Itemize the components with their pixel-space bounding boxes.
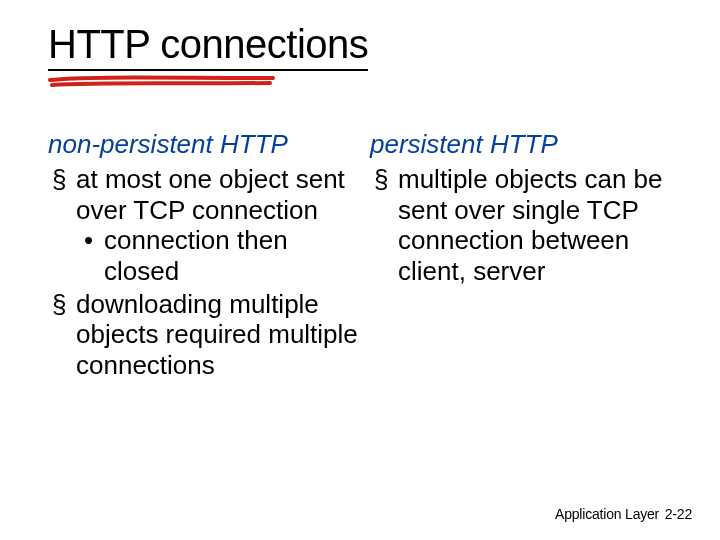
slide: HTTP connections non-persistent HTTP at …	[0, 0, 720, 540]
left-list: at most one object sent over TCP connect…	[48, 164, 358, 381]
list-item: at most one object sent over TCP connect…	[48, 164, 358, 287]
list-item: downloading multiple objects required mu…	[48, 289, 358, 381]
footer: Application Layer 2-22	[555, 506, 692, 522]
list-item-text: multiple objects can be sent over single…	[398, 164, 662, 286]
right-heading: persistent HTTP	[370, 129, 680, 160]
footer-label: Application Layer	[555, 506, 659, 522]
footer-page-number: 2-22	[665, 506, 692, 522]
list-item-text: downloading multiple objects required mu…	[76, 289, 358, 380]
content-columns: non-persistent HTTP at most one object s…	[48, 129, 680, 383]
list-item-text: at most one object sent over TCP connect…	[76, 164, 345, 225]
left-heading: non-persistent HTTP	[48, 129, 358, 160]
right-column: persistent HTTP multiple objects can be …	[370, 129, 680, 383]
red-underline-decoration	[48, 72, 278, 90]
left-column: non-persistent HTTP at most one object s…	[48, 129, 358, 383]
page-title: HTTP connections	[48, 22, 368, 71]
list-subitem: connection then closed	[76, 225, 358, 286]
list-subitem-text: connection then closed	[104, 225, 288, 286]
right-list: multiple objects can be sent over single…	[370, 164, 680, 287]
list-item: multiple objects can be sent over single…	[370, 164, 680, 287]
left-sublist: connection then closed	[76, 225, 358, 286]
